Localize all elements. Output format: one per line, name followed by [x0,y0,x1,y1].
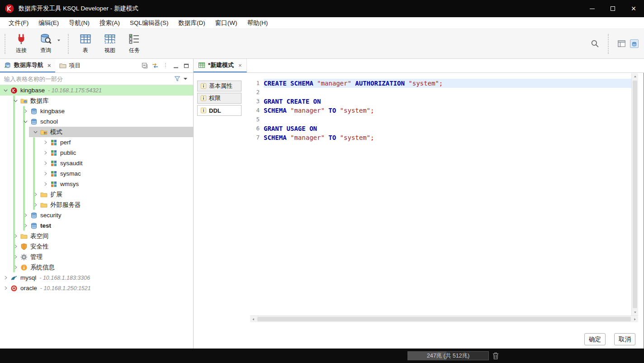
tree-row-test[interactable]: test [0,220,193,231]
menu-item-7[interactable]: 帮助(H) [242,17,273,29]
menu-item-3[interactable]: 搜索(A) [95,17,125,29]
scroll-down-icon[interactable] [632,309,639,315]
tree-row-sysmac[interactable]: sysmac [0,168,193,179]
tab-database-navigator[interactable]: 数据库导航 × [0,59,55,72]
editor-tab-close-icon[interactable]: × [238,62,242,69]
chevron-right-icon[interactable] [43,139,50,146]
toolbar-table-button[interactable]: 表 [73,31,98,56]
tab-new-schema-editor[interactable]: *新建模式 × [194,59,247,72]
maximize-view-icon[interactable] [183,62,190,69]
query-dropdown-icon[interactable] [56,37,63,45]
tree-row-security[interactable]: security [0,210,193,220]
chevron-right-icon[interactable] [23,108,30,115]
chevron-right-icon[interactable] [23,212,30,219]
db-perspective-icon[interactable] [630,39,639,48]
chevron-right-icon[interactable] [13,254,20,260]
minimize-view-icon[interactable] [172,62,180,69]
code-line-6[interactable]: 6GRANT USAGE ON [250,124,631,133]
scroll-up-icon[interactable] [632,73,639,80]
menu-item-1[interactable]: 编辑(E) [33,17,64,29]
tab-project[interactable]: 项目 [55,59,85,72]
panel-splitter[interactable] [193,59,194,349]
vertical-scrollbar[interactable] [631,73,638,315]
mysql-icon [10,274,18,282]
chevron-down-icon[interactable] [33,129,40,135]
vertical-scroll-thumb[interactable] [633,81,637,308]
code-line-4[interactable]: 4SCHEMA "manager" TO "system"; [250,106,631,115]
chevron-right-icon[interactable] [3,275,10,281]
chevron-right-icon[interactable] [3,285,10,291]
scroll-right-icon[interactable] [631,316,638,323]
toolbar-connect-button[interactable]: 连接 [9,31,33,56]
tree-row-管理[interactable]: 管理 [0,252,193,262]
tab-close-icon[interactable]: × [47,62,51,69]
chevron-right-icon[interactable] [23,223,30,229]
chevron-down-icon[interactable] [3,87,10,94]
memory-indicator[interactable]: 247兆 (共 512兆) [407,351,489,360]
view-menu-dots-icon[interactable] [162,62,169,69]
scroll-left-icon[interactable] [250,316,257,323]
cancel-button[interactable]: 取消 [614,333,635,345]
chevron-right-icon[interactable] [13,244,20,250]
table-filter-input[interactable] [0,76,174,82]
tree-row-模式[interactable]: 模式 [0,127,193,137]
chevron-right-icon[interactable] [13,264,20,271]
tree-row-表空间[interactable]: 表空间 [0,231,193,241]
tree-row-public[interactable]: public [0,148,193,158]
toolbar-view-button[interactable]: 视图 [98,31,122,56]
horizontal-scrollbar[interactable] [250,315,638,322]
chevron-right-icon[interactable] [43,160,50,167]
page-tab-基本属性[interactable]: 基本属性 [197,81,242,91]
chevron-right-icon[interactable] [43,181,50,187]
code-line-2[interactable]: 2 [250,88,631,97]
menu-item-6[interactable]: 窗口(W) [210,17,242,29]
search-icon[interactable] [591,39,599,48]
tree-row-sysaudit[interactable]: sysaudit [0,158,193,168]
toolbar-query-button[interactable]: 查询 [33,31,58,56]
menu-item-5[interactable]: 数据库(D) [174,17,210,29]
page-tab-权限[interactable]: 权限 [197,93,242,104]
menu-item-0[interactable]: 文件(F) [4,17,33,29]
chevron-right-icon[interactable] [33,202,40,208]
tree-row-数据库[interactable]: 数据库 [0,96,193,106]
minimize-button[interactable] [582,0,602,17]
chevron-down-icon[interactable] [23,119,30,125]
code-line-7[interactable]: 7SCHEMA "manager" TO "system"; [250,133,631,142]
chevron-right-icon[interactable] [13,233,20,239]
chevron-right-icon[interactable] [43,171,50,177]
tree-row-系统信息[interactable]: 系统信息 [0,262,193,272]
tree-row-扩展[interactable]: 扩展 [0,189,193,200]
code-line-5[interactable]: 5 [250,115,631,124]
tree-row-perf[interactable]: perf [0,137,193,148]
database-navigator-panel: 数据库导航 × 项目 [0,59,193,349]
db-icon [30,118,38,125]
garbage-collect-icon[interactable] [492,352,500,360]
sql-editor[interactable]: 1CREATE SCHEMA "manager" AUTHORIZATION "… [250,73,631,315]
toolbar-task-button[interactable]: 任务 [122,31,147,56]
code-line-3[interactable]: 3GRANT CREATE ON [250,97,631,106]
link-editors-icon[interactable] [152,62,159,69]
tree-row-安全性[interactable]: 安全性 [0,241,193,252]
menu-item-4[interactable]: SQL编辑器(S) [125,17,174,29]
chevron-right-icon[interactable] [43,150,50,156]
tree-row-school[interactable]: school [0,116,193,127]
chevron-down-icon[interactable] [13,98,20,104]
tree-row-wmsys[interactable]: wmsys [0,179,193,189]
menu-item-2[interactable]: 导航(N) [64,17,95,29]
filter-funnel-group[interactable] [174,75,193,82]
page-tab-DDL[interactable]: DDL [197,105,242,116]
chevron-right-icon[interactable] [33,191,40,198]
code-line-1[interactable]: 1CREATE SCHEMA "manager" AUTHORIZATION "… [250,79,631,88]
info-square-icon [200,107,207,114]
ok-button[interactable]: 确定 [584,333,606,345]
maximize-button[interactable] [602,0,623,17]
perspective-icon[interactable] [617,39,626,48]
tree-row-外部服务器[interactable]: 外部服务器 [0,200,193,210]
horizontal-scroll-thumb[interactable] [257,317,631,321]
tree-row-kingbase[interactable]: kingbase [0,106,193,116]
tree-row-kingbase[interactable]: kingbase - 10.168.1.175:54321 [0,85,193,96]
tree-row-oracle[interactable]: oracle - 10.168.1.250:1521 [0,283,193,293]
collapse-all-icon[interactable] [141,62,148,69]
tree-row-mysql[interactable]: mysql - 10.168.1.183:3306 [0,272,193,283]
close-button[interactable]: × [623,0,644,17]
